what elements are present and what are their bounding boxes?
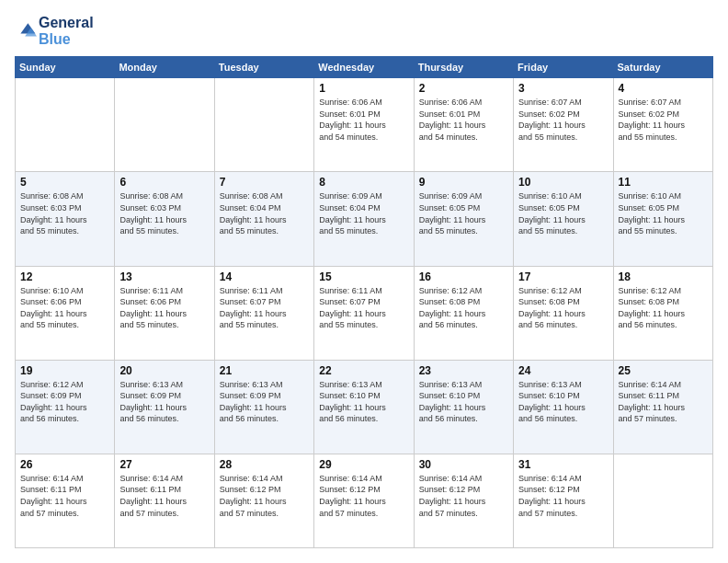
calendar-cell: 28Sunrise: 6:14 AM Sunset: 6:12 PM Dayli… (214, 454, 313, 547)
day-number: 30 (419, 458, 508, 471)
calendar-week-row: 19Sunrise: 6:12 AM Sunset: 6:09 PM Dayli… (16, 360, 713, 454)
calendar-cell: 22Sunrise: 6:13 AM Sunset: 6:10 PM Dayli… (314, 360, 414, 454)
day-info: Sunrise: 6:14 AM Sunset: 6:12 PM Dayligh… (518, 473, 608, 519)
calendar-week-row: 5Sunrise: 6:08 AM Sunset: 6:03 PM Daylig… (16, 172, 713, 266)
calendar-cell: 30Sunrise: 6:14 AM Sunset: 6:12 PM Dayli… (414, 454, 513, 547)
day-number: 11 (619, 176, 708, 189)
weekday-header: Thursday (414, 57, 513, 78)
day-number: 15 (319, 270, 408, 283)
calendar-cell: 9Sunrise: 6:09 AM Sunset: 6:05 PM Daylig… (414, 172, 513, 266)
day-info: Sunrise: 6:09 AM Sunset: 6:04 PM Dayligh… (319, 190, 408, 236)
calendar-cell: 31Sunrise: 6:14 AM Sunset: 6:12 PM Dayli… (514, 454, 613, 547)
calendar-cell: 13Sunrise: 6:11 AM Sunset: 6:06 PM Dayli… (115, 266, 214, 360)
day-number: 3 (518, 82, 608, 95)
day-info: Sunrise: 6:10 AM Sunset: 6:05 PM Dayligh… (518, 190, 608, 236)
calendar-cell: 26Sunrise: 6:14 AM Sunset: 6:11 PM Dayli… (16, 454, 115, 547)
day-number: 6 (119, 176, 209, 189)
logo-icon (15, 20, 37, 42)
calendar-cell: 3Sunrise: 6:07 AM Sunset: 6:02 PM Daylig… (514, 78, 613, 172)
day-info: Sunrise: 6:14 AM Sunset: 6:11 PM Dayligh… (119, 473, 209, 519)
day-info: Sunrise: 6:08 AM Sunset: 6:03 PM Dayligh… (119, 190, 209, 236)
day-info: Sunrise: 6:06 AM Sunset: 6:01 PM Dayligh… (419, 97, 508, 143)
weekday-header: Sunday (16, 57, 115, 78)
day-number: 31 (518, 458, 608, 471)
day-number: 23 (419, 364, 508, 377)
day-number: 29 (319, 458, 408, 471)
day-number: 21 (220, 364, 309, 377)
calendar-cell: 29Sunrise: 6:14 AM Sunset: 6:12 PM Dayli… (314, 454, 414, 547)
day-info: Sunrise: 6:10 AM Sunset: 6:05 PM Dayligh… (619, 190, 708, 236)
calendar-cell: 1Sunrise: 6:06 AM Sunset: 6:01 PM Daylig… (314, 78, 414, 172)
calendar-cell: 25Sunrise: 6:14 AM Sunset: 6:11 PM Dayli… (613, 360, 712, 454)
page: GeneralBlue SundayMondayTuesdayWednesday… (0, 0, 728, 563)
day-info: Sunrise: 6:08 AM Sunset: 6:03 PM Dayligh… (20, 190, 109, 236)
calendar-cell (115, 78, 214, 172)
calendar-cell: 12Sunrise: 6:10 AM Sunset: 6:06 PM Dayli… (16, 266, 115, 360)
day-number: 25 (619, 364, 708, 377)
day-info: Sunrise: 6:14 AM Sunset: 6:11 PM Dayligh… (619, 379, 708, 425)
calendar-cell: 14Sunrise: 6:11 AM Sunset: 6:07 PM Dayli… (214, 266, 313, 360)
day-number: 2 (419, 82, 508, 95)
logo: GeneralBlue (15, 15, 94, 47)
day-number: 9 (419, 176, 508, 189)
calendar-cell: 4Sunrise: 6:07 AM Sunset: 6:02 PM Daylig… (613, 78, 712, 172)
day-info: Sunrise: 6:13 AM Sunset: 6:09 PM Dayligh… (119, 379, 209, 425)
day-info: Sunrise: 6:14 AM Sunset: 6:12 PM Dayligh… (419, 473, 508, 519)
day-info: Sunrise: 6:13 AM Sunset: 6:10 PM Dayligh… (419, 379, 508, 425)
day-info: Sunrise: 6:13 AM Sunset: 6:09 PM Dayligh… (220, 379, 309, 425)
day-info: Sunrise: 6:07 AM Sunset: 6:02 PM Dayligh… (518, 97, 608, 143)
calendar-cell: 21Sunrise: 6:13 AM Sunset: 6:09 PM Dayli… (214, 360, 313, 454)
day-info: Sunrise: 6:07 AM Sunset: 6:02 PM Dayligh… (619, 97, 708, 143)
day-info: Sunrise: 6:08 AM Sunset: 6:04 PM Dayligh… (220, 190, 309, 236)
day-info: Sunrise: 6:14 AM Sunset: 6:11 PM Dayligh… (20, 473, 109, 519)
weekday-header: Saturday (613, 57, 712, 78)
day-number: 12 (20, 270, 109, 283)
day-info: Sunrise: 6:13 AM Sunset: 6:10 PM Dayligh… (319, 379, 408, 425)
day-info: Sunrise: 6:13 AM Sunset: 6:10 PM Dayligh… (518, 379, 608, 425)
day-number: 13 (119, 270, 209, 283)
calendar-cell (214, 78, 313, 172)
calendar-cell: 17Sunrise: 6:12 AM Sunset: 6:08 PM Dayli… (514, 266, 613, 360)
day-number: 4 (619, 82, 708, 95)
calendar-cell: 16Sunrise: 6:12 AM Sunset: 6:08 PM Dayli… (414, 266, 513, 360)
day-number: 24 (518, 364, 608, 377)
day-info: Sunrise: 6:09 AM Sunset: 6:05 PM Dayligh… (419, 190, 508, 236)
day-number: 22 (319, 364, 408, 377)
weekday-header: Friday (514, 57, 613, 78)
day-number: 14 (220, 270, 309, 283)
day-number: 19 (20, 364, 109, 377)
weekday-header: Tuesday (214, 57, 313, 78)
header: GeneralBlue (15, 15, 713, 47)
calendar-cell: 2Sunrise: 6:06 AM Sunset: 6:01 PM Daylig… (414, 78, 513, 172)
day-info: Sunrise: 6:12 AM Sunset: 6:09 PM Dayligh… (20, 379, 109, 425)
calendar-cell: 18Sunrise: 6:12 AM Sunset: 6:08 PM Dayli… (613, 266, 712, 360)
calendar-cell: 23Sunrise: 6:13 AM Sunset: 6:10 PM Dayli… (414, 360, 513, 454)
day-number: 1 (319, 82, 408, 95)
calendar-week-row: 26Sunrise: 6:14 AM Sunset: 6:11 PM Dayli… (16, 454, 713, 547)
calendar-cell (613, 454, 712, 547)
day-number: 8 (319, 176, 408, 189)
calendar-header-row: SundayMondayTuesdayWednesdayThursdayFrid… (16, 57, 713, 78)
day-number: 5 (20, 176, 109, 189)
calendar-table: SundayMondayTuesdayWednesdayThursdayFrid… (15, 56, 713, 548)
day-info: Sunrise: 6:10 AM Sunset: 6:06 PM Dayligh… (20, 285, 109, 331)
calendar-cell: 7Sunrise: 6:08 AM Sunset: 6:04 PM Daylig… (214, 172, 313, 266)
day-info: Sunrise: 6:12 AM Sunset: 6:08 PM Dayligh… (518, 285, 608, 331)
day-number: 28 (220, 458, 309, 471)
weekday-header: Monday (115, 57, 214, 78)
calendar-cell: 19Sunrise: 6:12 AM Sunset: 6:09 PM Dayli… (16, 360, 115, 454)
calendar-cell: 20Sunrise: 6:13 AM Sunset: 6:09 PM Dayli… (115, 360, 214, 454)
day-number: 7 (220, 176, 309, 189)
day-number: 18 (619, 270, 708, 283)
day-number: 17 (518, 270, 608, 283)
calendar-cell: 15Sunrise: 6:11 AM Sunset: 6:07 PM Dayli… (314, 266, 414, 360)
calendar-cell: 10Sunrise: 6:10 AM Sunset: 6:05 PM Dayli… (514, 172, 613, 266)
weekday-header: Wednesday (314, 57, 414, 78)
day-info: Sunrise: 6:12 AM Sunset: 6:08 PM Dayligh… (619, 285, 708, 331)
calendar-cell: 6Sunrise: 6:08 AM Sunset: 6:03 PM Daylig… (115, 172, 214, 266)
calendar-cell: 5Sunrise: 6:08 AM Sunset: 6:03 PM Daylig… (16, 172, 115, 266)
day-info: Sunrise: 6:12 AM Sunset: 6:08 PM Dayligh… (419, 285, 508, 331)
day-number: 16 (419, 270, 508, 283)
day-number: 10 (518, 176, 608, 189)
day-info: Sunrise: 6:06 AM Sunset: 6:01 PM Dayligh… (319, 97, 408, 143)
